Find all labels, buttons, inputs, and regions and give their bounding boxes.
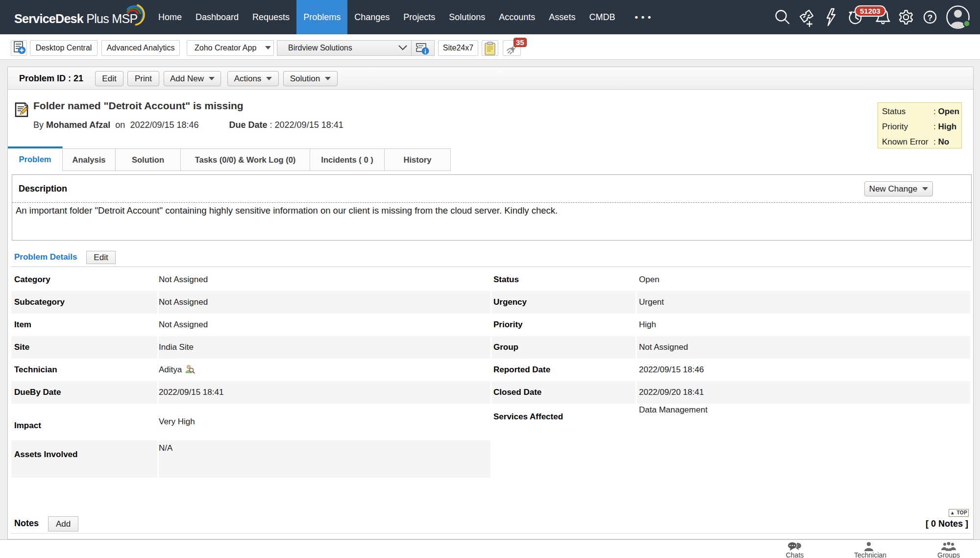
svg-text:?: ? [928,13,932,23]
